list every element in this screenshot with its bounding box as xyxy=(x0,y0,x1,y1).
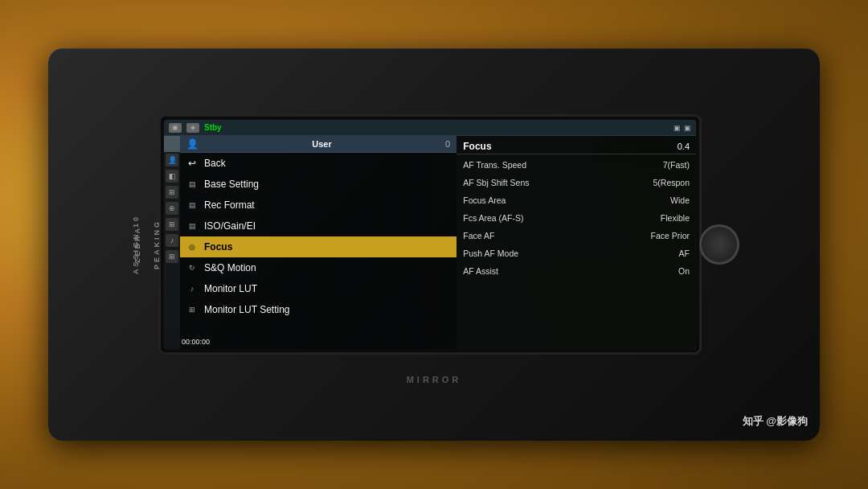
right-panel: Focus 0.4 AF Trans. Speed 7(Fast) AF Sbj… xyxy=(457,136,696,349)
stby-text: Stby xyxy=(204,123,222,132)
topbar-icon-1: ▣ xyxy=(169,123,182,133)
slicon-3: ⊞ xyxy=(166,186,178,199)
focus-area-label: Focus Area xyxy=(463,195,506,205)
menu-item-base-setting-label: Base Setting xyxy=(204,179,259,190)
user-label: User xyxy=(312,139,331,149)
push-af-value: AF xyxy=(679,249,690,258)
slicon-7: ⊞ xyxy=(166,250,178,263)
right-row-af-trans: AF Trans. Speed 7(Fast) xyxy=(457,156,696,174)
right-row-focus-area: Focus Area Wide xyxy=(457,191,696,209)
left-menu: 👤 User 0 ↩ Back ▤ Base Setting xyxy=(180,136,457,349)
base-setting-icon: ▤ xyxy=(185,177,199,191)
user-num: 0 xyxy=(445,139,450,149)
sq-motion-icon: ↻ xyxy=(185,261,199,275)
face-af-value: Face Prior xyxy=(651,231,690,240)
monitor-label: MIRROR xyxy=(407,375,462,384)
screen-bezel: ▣ ◈ Stby ▣ ▣ 👤 ◧ xyxy=(161,117,699,352)
menu-item-monitor-lut-setting[interactable]: ⊞ Monitor LUT Setting xyxy=(180,299,457,320)
af-trans-label: AF Trans. Speed xyxy=(463,160,526,170)
timer-text: 00:00:00 xyxy=(182,338,210,346)
slicon-6: ♪ xyxy=(166,234,178,247)
menu-item-focus[interactable]: ◎ Focus xyxy=(180,236,457,257)
af-assist-label: AF Assist xyxy=(463,266,498,276)
slicon-1: 👤 xyxy=(166,154,178,166)
screen-content: 👤 ◧ ⊞ ⊕ ⊞ ♪ ⊞ 00:00:00 👤 User 0 xyxy=(164,136,696,349)
menu-item-focus-label: Focus xyxy=(204,241,232,253)
slicon-4: ⊕ xyxy=(166,202,178,215)
menu-item-iso-label: ISO/Gain/EI xyxy=(204,220,256,232)
push-af-label: Push AF Mode xyxy=(463,249,518,258)
back-icon: ↩ xyxy=(185,156,199,171)
battery-icon-1: ▣ xyxy=(674,124,681,132)
screen-topbar: ▣ ◈ Stby ▣ ▣ xyxy=(164,120,696,136)
right-dial[interactable] xyxy=(699,224,739,265)
monitor-lut-icon: ♪ xyxy=(185,281,199,296)
slicon-5: ⊞ xyxy=(166,218,178,231)
af-trans-value: 7(Fast) xyxy=(663,160,690,170)
right-row-face-af: Face AF Face Prior xyxy=(457,227,696,244)
user-icon: 👤 xyxy=(186,138,199,150)
right-row-af-assist: AF Assist On xyxy=(457,262,696,280)
topbar-right: ▣ ▣ xyxy=(674,124,691,132)
right-panel-title: Focus xyxy=(463,141,491,152)
camera-body: ASSIGN 10 ZEBRA PEAKING ▣ ◈ Stby ▣ ▣ xyxy=(48,48,820,441)
watermark: 知乎 @影像狗 xyxy=(743,414,808,429)
menu-item-iso[interactable]: ▤ ISO/Gain/EI xyxy=(180,216,457,236)
screen-left-icons: 👤 ◧ ⊞ ⊕ ⊞ ♪ ⊞ xyxy=(164,152,180,349)
right-row-af-sbj: AF Sbj Shift Sens 5(Respon xyxy=(457,174,696,191)
peaking-label: PEAKING xyxy=(153,220,161,269)
face-af-label: Face AF xyxy=(463,231,494,240)
menu-item-back-label: Back xyxy=(204,158,226,169)
menu-item-monitor-lut-setting-label: Monitor LUT Setting xyxy=(204,304,290,315)
focus-icon: ◎ xyxy=(185,240,199,254)
right-panel-value: 0.4 xyxy=(678,142,690,151)
af-assist-value: On xyxy=(678,266,690,276)
menu-items: ↩ Back ▤ Base Setting ▤ Rec Format xyxy=(180,153,457,349)
zebra-label: ZEBRA xyxy=(133,226,141,263)
battery-icon-2: ▣ xyxy=(684,124,691,132)
user-header: 👤 User 0 xyxy=(180,136,457,153)
af-sbj-label: AF Sbj Shift Sens xyxy=(463,178,529,187)
menu-item-rec-format[interactable]: ▤ Rec Format xyxy=(180,195,457,216)
screen: ▣ ◈ Stby ▣ ▣ 👤 ◧ xyxy=(164,120,696,349)
iso-icon: ▤ xyxy=(185,219,199,233)
focus-area-value: Wide xyxy=(670,195,690,205)
menu-item-sq-motion[interactable]: ↻ S&Q Motion xyxy=(180,257,457,278)
menu-item-back[interactable]: ↩ Back xyxy=(180,153,457,174)
af-sbj-value: 5(Respon xyxy=(653,178,690,187)
right-row-push-af: Push AF Mode AF xyxy=(457,244,696,262)
menu-item-base-setting[interactable]: ▤ Base Setting xyxy=(180,174,457,195)
right-panel-header: Focus 0.4 xyxy=(457,139,696,154)
topbar-icon-2: ◈ xyxy=(186,123,199,133)
menu-item-monitor-lut[interactable]: ♪ Monitor LUT xyxy=(180,278,457,299)
menu-item-rec-format-label: Rec Format xyxy=(204,199,255,211)
fcs-area-value: Flexible xyxy=(661,213,690,223)
slicon-2: ◧ xyxy=(166,170,178,183)
menu-item-monitor-lut-label: Monitor LUT xyxy=(204,283,257,294)
monitor-lut-setting-icon: ⊞ xyxy=(185,302,199,317)
right-row-fcs-area: Fcs Area (AF-S) Flexible xyxy=(457,209,696,227)
rec-format-icon: ▤ xyxy=(185,198,199,212)
menu-item-sq-motion-label: S&Q Motion xyxy=(204,262,256,273)
fcs-area-label: Fcs Area (AF-S) xyxy=(463,213,523,223)
